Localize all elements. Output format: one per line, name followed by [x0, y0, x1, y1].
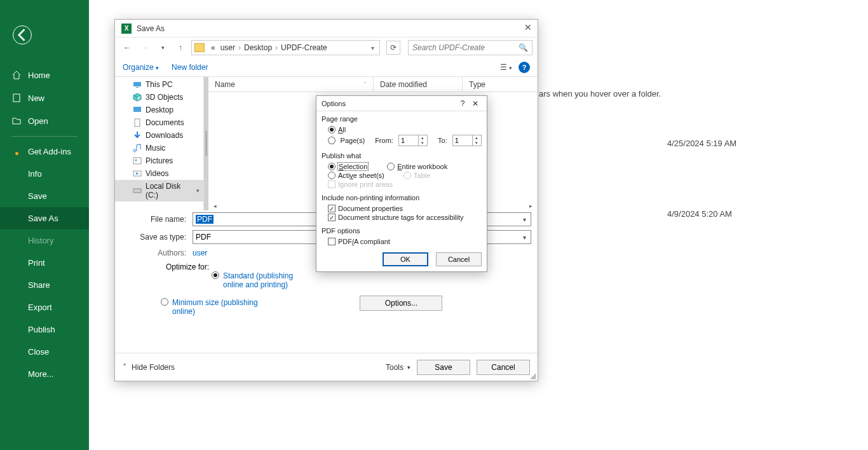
tree-downloads[interactable]: Downloads [115, 129, 203, 142]
options-buttons: OK Cancel [316, 247, 487, 271]
tree-localdisk[interactable]: Local Disk (C:)▾ [115, 180, 203, 201]
sidebar-item-open[interactable]: Open [0, 109, 89, 132]
filename-value[interactable]: PDF [196, 215, 214, 224]
sidebar-label: Export [28, 303, 52, 312]
spin-up-icon[interactable]: ▴ [419, 135, 427, 140]
page-range-section: Page range All Page(s) From: ▴▾ To: ▴▾ [316, 111, 487, 148]
cancel-button[interactable]: Cancel [477, 360, 530, 375]
tree-3dobjects[interactable]: 3D Objects [115, 91, 203, 104]
sidebar-item-more[interactable]: More... [0, 363, 89, 385]
scroll-left-icon[interactable]: ◂ [211, 203, 219, 209]
options-button[interactable]: Options... [360, 296, 442, 311]
splitter-handle[interactable] [204, 77, 208, 210]
new-folder-button[interactable]: New folder [172, 63, 208, 72]
col-date[interactable]: Date modified [374, 77, 463, 92]
view-button[interactable]: ☰ ▾ [500, 63, 512, 72]
sidebar-item-publish[interactable]: Publish [0, 318, 89, 341]
sidebar-item-close[interactable]: Close [0, 341, 89, 363]
tools-dropdown[interactable]: Tools ▾ [386, 363, 410, 372]
tree-thispc[interactable]: This PC [115, 78, 203, 91]
nav-back-button[interactable]: ← [120, 41, 134, 55]
back-button[interactable] [13, 25, 32, 44]
tree-music[interactable]: Music [115, 142, 203, 154]
tree-pictures[interactable]: Pictures [115, 154, 203, 167]
disk-icon [133, 186, 142, 195]
hide-folders-button[interactable]: ˄ Hide Folders [123, 363, 175, 372]
docprops-checkbox[interactable]: ✓Document properties [328, 205, 403, 212]
nav-tree: This PC 3D Objects Desktop Documents Dow… [115, 77, 204, 210]
to-spinner[interactable]: ▴▾ [452, 135, 482, 146]
sidebar-label: Print [28, 258, 45, 268]
col-name[interactable]: Name˄ [208, 77, 374, 92]
nav-forward-button[interactable]: → [138, 41, 152, 55]
ok-button[interactable]: OK [383, 252, 428, 266]
nav-recent-button[interactable]: ▾ [156, 41, 170, 55]
address-bar[interactable]: « user › Desktop › UPDF-Create ▾ [191, 40, 380, 55]
radio-icon [328, 137, 336, 144]
spin-up-icon[interactable]: ▴ [473, 135, 481, 140]
from-spinner[interactable]: ▴▾ [398, 135, 428, 146]
sidebar-item-share[interactable]: Share [0, 274, 89, 296]
breadcrumb-updf[interactable]: UPDF-Create [278, 43, 330, 52]
save-button[interactable]: Save [417, 360, 470, 375]
desktop-icon [133, 106, 142, 114]
all-radio-row[interactable]: All [322, 125, 482, 134]
optimize-standard-radio[interactable]: Standard (publishing online and printing… [161, 271, 531, 289]
search-icon[interactable]: 🔍 [519, 43, 528, 52]
breadcrumb-desktop[interactable]: Desktop [241, 43, 275, 52]
sidebar-item-export[interactable]: Export [0, 296, 89, 318]
list-header: Name˄ Date modified Type [208, 77, 538, 92]
sidebar-item-history: History [0, 229, 89, 252]
search-box[interactable]: 🔍 [408, 40, 532, 55]
chevron-down-icon[interactable]: ▾ [369, 44, 377, 51]
sidebar-item-home[interactable]: Home [0, 64, 89, 86]
chevron-down-icon[interactable]: ▾ [519, 214, 529, 224]
authors-value[interactable]: user [193, 249, 207, 257]
sidebar-item-print[interactable]: Print [0, 252, 89, 274]
chevron-up-icon: ˄ [123, 363, 126, 372]
nav-up-button[interactable]: ↑ [173, 41, 187, 55]
entire-workbook-radio[interactable]: Entire workbook [387, 163, 447, 170]
spin-down-icon[interactable]: ▾ [473, 140, 481, 146]
options-title: Options [322, 100, 456, 107]
refresh-button[interactable]: ⟳ [386, 41, 400, 55]
radio-icon [328, 163, 336, 170]
active-sheets-radio[interactable]: Active sheet(s) [328, 172, 384, 179]
saveas-footer: ˄ Hide Folders Tools ▾ Save Cancel [115, 353, 538, 381]
tree-documents[interactable]: Documents [115, 116, 203, 129]
options-cancel-button[interactable]: Cancel [436, 252, 482, 266]
spin-down-icon[interactable]: ▾ [419, 140, 427, 146]
checkbox-icon [328, 238, 336, 245]
authors-label: Authors: [121, 249, 193, 257]
breadcrumb-user[interactable]: user [218, 43, 238, 52]
sidebar-item-saveas[interactable]: Save As [0, 207, 89, 229]
organize-button[interactable]: Organize ▾ [123, 63, 159, 72]
excel-icon: X [121, 24, 132, 34]
tree-videos[interactable]: Videos [115, 167, 203, 180]
sidebar-label: More... [28, 369, 53, 379]
sidebar-label: Get Add-ins [28, 147, 71, 156]
sidebar-item-save[interactable]: Save [0, 185, 89, 207]
saveas-title: Save As [137, 24, 165, 33]
saveas-close-button[interactable]: ✕ [522, 22, 534, 34]
selection-radio[interactable]: Selection [328, 163, 368, 170]
pages-radio-row[interactable]: Page(s) From: ▴▾ To: ▴▾ [322, 134, 482, 147]
options-help-button[interactable]: ? [456, 99, 469, 108]
sidebar-item-info[interactable]: Info [0, 163, 89, 185]
col-type[interactable]: Type [463, 77, 538, 92]
svg-point-6 [135, 160, 137, 161]
search-input[interactable] [412, 43, 519, 52]
sidebar-item-new[interactable]: New [0, 86, 89, 109]
pdfa-checkbox[interactable]: PDF/A compliant [328, 238, 390, 245]
scroll-right-icon[interactable]: ▸ [527, 203, 535, 209]
options-close-button[interactable]: ✕ [469, 99, 482, 108]
help-button[interactable]: ? [519, 62, 530, 73]
video-icon [133, 169, 142, 178]
resize-grip[interactable]: ◢ [530, 373, 536, 379]
chevron-down-icon[interactable]: ▾ [519, 232, 529, 242]
docstruct-checkbox[interactable]: ✓Document structure tags for accessibili… [328, 214, 463, 221]
checkbox-icon: ✓ [328, 205, 336, 212]
sidebar-item-addins[interactable]: Get Add-ins [0, 140, 89, 163]
tree-desktop[interactable]: Desktop [115, 104, 203, 116]
optimize-minimum-radio[interactable]: Minimum size (publishing online) [161, 298, 261, 316]
